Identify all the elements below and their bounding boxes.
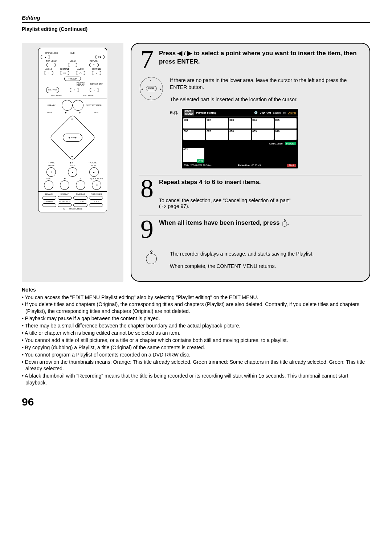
remote-label: ANGLE (41, 68, 57, 70)
step-8: 8 Repeat steps 4 to 6 to insert items. T… (139, 178, 362, 209)
channel-button: ⌄ (92, 71, 101, 75)
osd-thumb: 002 (206, 118, 228, 129)
remote-label: SUBTITLE (57, 68, 73, 70)
remote-label: FRAME (49, 162, 55, 164)
menu-button (68, 63, 77, 67)
osd-start-badge: Start (287, 164, 296, 167)
stop-button: ■ (68, 167, 77, 177)
page-ref-icon (162, 203, 168, 209)
play-button: ▶ (89, 167, 99, 177)
step-title: Press / to select a point where you want… (159, 49, 362, 66)
note-item: A black thumbnail with "Recording" means… (22, 372, 370, 386)
remote-control: OPEN/CLOSE DVD ▲ I/⏻ TOP MENU MENU RETUR… (38, 48, 107, 212)
audio-button: ◯ (76, 71, 85, 75)
pinp-button (89, 203, 103, 207)
dpad-illustration: ENTER ▴ ▾ ◂ ▸ (140, 77, 163, 100)
step-title: When all items have been inserted, press… (159, 219, 362, 227)
power-button: I/⏻ (95, 55, 105, 59)
step-number: 9 (139, 219, 155, 240)
remote-label: DVD (62, 52, 83, 54)
osd-screenshot: EDIT MENU Playlist editing 💿 DVD-RAM Sou… (182, 109, 298, 168)
left-arrow-icon (177, 50, 182, 57)
remote-label: REC (41, 178, 57, 180)
osd-thumb: 004 (252, 118, 274, 129)
step-text: The selected part is inserted at the loc… (170, 96, 362, 103)
step-number: 8 (139, 178, 155, 209)
display-button (58, 196, 72, 200)
remote-label: CHP DIVIDE (89, 193, 105, 195)
remote-label: QUICK MENU (89, 178, 105, 180)
osd-original: Original (288, 111, 296, 114)
osd-entire-value: 00:13:45 (252, 164, 261, 167)
remote-label: SLOW (47, 111, 52, 114)
step-separator (139, 175, 362, 175)
osd-source-label: Source:Title (273, 111, 286, 114)
note-item: Playback may pause if a gap between the … (22, 315, 370, 322)
step-separator (139, 216, 362, 216)
remote-label: DISPLAY (57, 193, 73, 195)
instant-skip-button: ↪ (90, 88, 99, 92)
quickmenu-button: ⦾ (92, 180, 101, 190)
remote-panel: OPEN/CLOSE DVD ▲ I/⏻ TOP MENU MENU RETUR… (22, 43, 123, 282)
remote-label: OPEN/CLOSE (41, 52, 62, 54)
osd-thumb: 009 (252, 130, 274, 140)
zoom-button (73, 203, 87, 207)
timeslip-button: TIMESLIP (64, 77, 81, 81)
note-item: There may be a small difference between … (22, 322, 370, 329)
remote-label: REMAIN (41, 193, 57, 195)
notes-heading: Notes (22, 287, 370, 293)
remote-label: REC MENU (41, 94, 73, 97)
instant-replay-button: ↶ (70, 88, 79, 92)
osd-thumb: 005 (275, 118, 297, 129)
remote-label: TIME BAR (73, 193, 89, 195)
remote-enter-button: ◀ ENTER ▶ (63, 134, 82, 142)
osd-entire-label: Entire time: (238, 164, 251, 167)
step-title: Repeat steps 4 to 6 to insert items. (159, 178, 362, 187)
header-subsection: Playlist editing (Continued) (22, 26, 370, 32)
circle-key-large-icon (144, 250, 159, 264)
easynavi-button: EASY NAVI (46, 87, 59, 93)
note-item: You cannot add a title of still pictures… (22, 337, 370, 344)
osd-playlist-badge: PlayList (285, 142, 296, 145)
step-number: 7 (139, 49, 155, 70)
remote-label: PLAY (83, 164, 105, 167)
note-item: If you delete titles and chapters (Origi… (22, 301, 370, 315)
remote-label: CHANNEL (89, 68, 105, 70)
osd-editmenu-badge: EDIT MENU (184, 110, 194, 115)
page-number: 96 (22, 396, 370, 408)
osd-disc: DVD-RAM (260, 111, 271, 114)
osd-selected-thumb: 003 1/001 (183, 148, 204, 162)
osd-thumb: 001 (183, 118, 205, 129)
dpad-enter: ENTER (146, 86, 157, 91)
osd-thumb: 006 (183, 130, 205, 140)
remote-label: FL SELECT (57, 200, 73, 203)
step-text: The recorder displays a message, and sta… (170, 250, 314, 258)
remote-label: INSTANT SKIP (89, 83, 105, 85)
angle-button: ✂ (44, 71, 53, 75)
open-close-button: ▲ (41, 55, 50, 59)
note-item: A title or chapter which is being edited… (22, 330, 370, 337)
step-text: If there are no parts in the lower area,… (170, 77, 362, 91)
remote-label: PAUSE (41, 164, 62, 167)
osd-thumb: 003 (229, 118, 251, 129)
dimmer-button (42, 203, 56, 207)
remote-label: TOP MENU (41, 60, 62, 62)
flselect-button (58, 203, 72, 207)
circle-button (76, 180, 85, 190)
osd-object-label: Object :Title (269, 142, 283, 146)
remote-label: ○ (73, 178, 89, 180)
note-item: You cannot program a Playlist of content… (22, 351, 370, 358)
remote-label: STOP (62, 164, 83, 167)
steps-panel: 7 Press / to select a point where you wa… (131, 43, 370, 282)
star-button (60, 180, 69, 190)
header-rule (22, 22, 370, 23)
subtitle-button: ⊂⊃ (60, 71, 69, 75)
remote-label: LIBRARY (41, 104, 62, 106)
remote-label: MENU (62, 60, 83, 62)
remote-label: PICTURE (89, 162, 97, 164)
progressive-label: PROGRESSIVE (69, 208, 82, 210)
remote-label: AUDIO (73, 68, 89, 70)
step-text: To cancel the selection, see "Canceling … (159, 197, 290, 203)
tv-label: TV (63, 208, 65, 210)
remote-label: ★ (57, 178, 73, 180)
